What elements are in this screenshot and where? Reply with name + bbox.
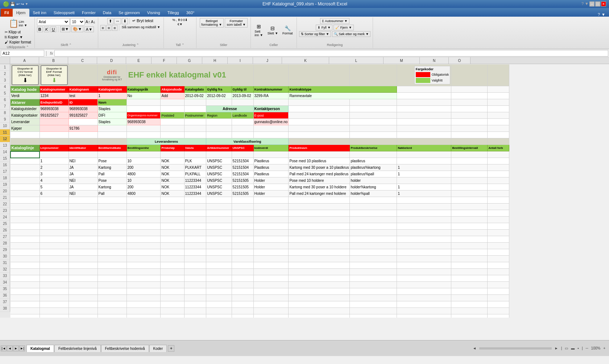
view-layout-btn[interactable]: ▬ [571,346,575,350]
format-as-table-btn[interactable]: Formatersom tabell ▼ [225,18,247,28]
increase-decimal-btn[interactable]: ⬆0 [178,18,182,22]
minimize-btn[interactable]: ─ [589,1,594,7]
sheet-prev-btn[interactable]: ◄ [7,346,13,351]
wrap-text-btn[interactable]: ↵ Bryt tekst [131,18,154,24]
col-header-J[interactable]: J [253,57,282,64]
table-row: 5 JA Kartong 200 NOK 11223344 UNSPSC 521… [11,184,509,191]
name-box[interactable] [1,50,44,57]
increase-font-btn[interactable]: A↑ [86,20,90,24]
fill-color-btn[interactable]: 🎨▼ [71,26,83,32]
close-btn[interactable]: ✕ [601,1,606,7]
col-header-L[interactable]: L [329,57,384,64]
aktorer-label[interactable]: Aktører [11,99,40,106]
currency-btn[interactable]: €▼ [178,22,183,26]
spreadsheet-container: A B C D E F G H I J K L M N O 1 2 3 4 5 … [0,57,609,340]
paste-btn[interactable]: 📋 Liminn ▼ [7,18,29,29]
quick-save[interactable]: 💾 [10,2,15,7]
autosum-btn[interactable]: Σ Autosummer ▼ [320,18,349,24]
decrease-decimal-btn[interactable]: 0⬇ [183,18,188,22]
quick-redo[interactable]: ↪ [21,2,24,7]
sheet-tab-katalogmal[interactable]: Katalogmal [26,345,54,352]
table-row: 3 JA Pall 4800 NOK PLKPALL UNSPSC 521515… [11,171,509,177]
italic-btn[interactable]: K [44,26,49,32]
font-select[interactable]: Arial [37,18,70,25]
bold-btn[interactable]: B [37,26,43,32]
tab-data[interactable]: Data [99,9,115,17]
sheet-tab-koder[interactable]: Koder [149,345,167,352]
cut-btn[interactable]: ✂ Klipp ut [4,30,32,34]
quick-undo[interactable]: ↩ [16,2,20,7]
help-icon[interactable]: ? [598,12,600,17]
tab-360[interactable]: 360° [183,9,198,17]
col-header-O[interactable]: O [449,57,471,64]
add-sheet-btn[interactable]: + [168,345,174,352]
table-row [11,314,509,318]
decrease-font-btn[interactable]: A↓ [91,20,96,24]
sheet-last-btn[interactable]: ►| [19,346,25,351]
grid-area[interactable]: Eksporter til CSV format (Klikk her) ⬇ E… [10,64,609,318]
col-header-C[interactable]: C [68,57,97,64]
sheet-next-btn[interactable]: ► [13,346,19,351]
sort-filter-btn[interactable]: ⇅ Sorter og filter ▼ [299,31,331,37]
col-header-E[interactable]: E [126,57,152,64]
col-header-N[interactable]: N [420,57,449,64]
format-btn[interactable]: 🔧 Format [281,25,294,36]
tab-hjem[interactable]: Hjem [13,9,29,17]
col-header-G[interactable]: G [177,57,202,64]
align-right-btn[interactable]: ≡ [112,25,117,31]
col-header-A[interactable]: A [10,57,39,64]
view-normal-btn[interactable]: ▭ [565,346,568,350]
sheet-tab-feltbeskrivelse-linjeniva[interactable]: Feltbeskrivelse linjenivå [54,345,101,352]
underline-btn[interactable]: U [50,26,56,32]
font-size-select[interactable]: 10 [70,18,85,25]
tab-visning[interactable]: Visning [144,9,164,17]
tab-sett-inn[interactable]: Sett inn [29,9,50,17]
katalog-hode-label[interactable]: Katalog hode [11,86,40,93]
align-middle-btn[interactable]: ↔ [114,18,121,24]
col-header-H[interactable]: H [202,57,228,64]
align-top-btn[interactable]: ⬆ [107,18,113,24]
group-label-utklippstavle: Utklippstavle ⌃ [7,45,29,50]
col-header-F[interactable]: F [152,57,177,64]
table-row: 6 NEI Pall 4800 NOK 11223344 UNSPSC 5215… [11,191,509,197]
col-header-M[interactable]: M [384,57,420,64]
kataloglinje-label[interactable]: Kataloglinje [11,145,40,151]
table-row: Leverandør Staples 968993038 gunnasto@on… [11,119,509,125]
maximize-btn[interactable]: □ [595,1,600,7]
merge-center-btn[interactable]: Slå sammen og midtstill ▼ [121,25,161,31]
font-color-btn[interactable]: A▼ [84,26,94,32]
formula-input[interactable] [54,50,608,57]
copy-format-btn[interactable]: 🖌 Kopier format [4,40,32,45]
col-header-B[interactable]: B [39,57,68,64]
col-header-K[interactable]: K [282,57,329,64]
tab-fil[interactable]: Fil [1,9,13,17]
selected-cell-A12[interactable] [11,151,40,158]
copy-btn[interactable]: ⎘ Kopier ▼ [4,35,32,39]
clear-btn[interactable]: 🧹 Fjern ▼ [334,25,353,30]
sheet-nav: |◄ ◄ ► ►| [1,346,25,351]
sheet-first-btn[interactable]: |◄ [1,346,7,351]
align-left-btn[interactable]: ≡ [100,25,105,31]
tab-sideoppsett[interactable]: Sideoppsett [50,9,78,17]
export-csv-btn[interactable]: Eksporter til CSV format (Klikk her) ⬇ [12,65,39,85]
tab-se-gjennom[interactable]: Se gjennom [115,9,144,17]
export-ehf-btn[interactable]: Eksporter til EHF Format (Klikk her) ⬇ [41,65,68,85]
sheet-tab-feltbeskrivelse-hodeniva[interactable]: Feltbeskrivelse hodenivå [101,345,149,352]
fargekoder-panel: Fargekoder Obligatorisk Valgfritt [414,66,451,84]
sheet-main[interactable]: 1 2 3 4 5 6 7 8 9 10 11 12 13 14 15 16 1… [0,64,609,318]
border-btn[interactable]: ⊞▼ [60,26,70,32]
tab-tillegg[interactable]: Tillegg [164,9,183,17]
insert-btn[interactable]: ⊞ Settinn ▼ [253,23,264,38]
align-bottom-btn[interactable]: ⬇ [122,18,128,24]
col-header-I[interactable]: I [228,57,253,64]
align-center-btn[interactable]: ≡ [106,25,111,31]
col-header-D[interactable]: D [97,57,126,64]
group-label-justering: Justering ⌃ [122,42,139,47]
delete-btn[interactable]: ⊟ Slett ▼ [266,25,279,36]
fill-btn[interactable]: ⬇ Fyll ▼ [316,25,332,30]
conditional-format-btn[interactable]: Betingetformatering ▼ [200,18,224,28]
tab-formler[interactable]: Formler [78,9,99,17]
table-row [11,204,509,210]
find-btn[interactable]: 🔍 Søk etter og merk ▼ [332,31,370,37]
view-break-btn[interactable]: ▪ [577,346,579,350]
